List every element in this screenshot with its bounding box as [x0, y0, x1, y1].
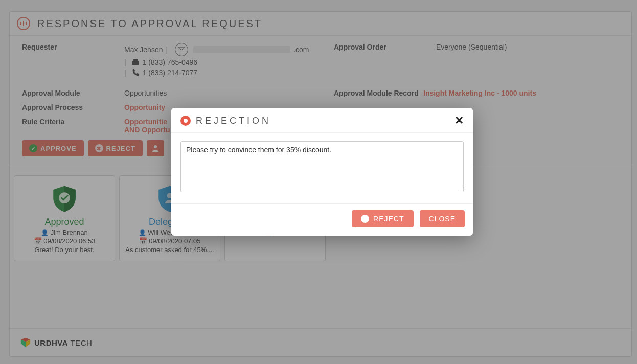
modal-title: REJECTION [180, 116, 271, 126]
rejection-reason-input[interactable] [180, 141, 464, 192]
modal-close-btn[interactable]: CLOSE [420, 210, 465, 228]
modal-close-button[interactable]: ✕ [454, 114, 464, 127]
modal-reject-button[interactable]: REJECT [352, 210, 413, 228]
reject-icon [361, 215, 369, 223]
rejection-icon [180, 116, 191, 126]
rejection-modal: REJECTION ✕ REJECT CLOSE [171, 108, 473, 236]
svg-point-9 [184, 119, 188, 123]
